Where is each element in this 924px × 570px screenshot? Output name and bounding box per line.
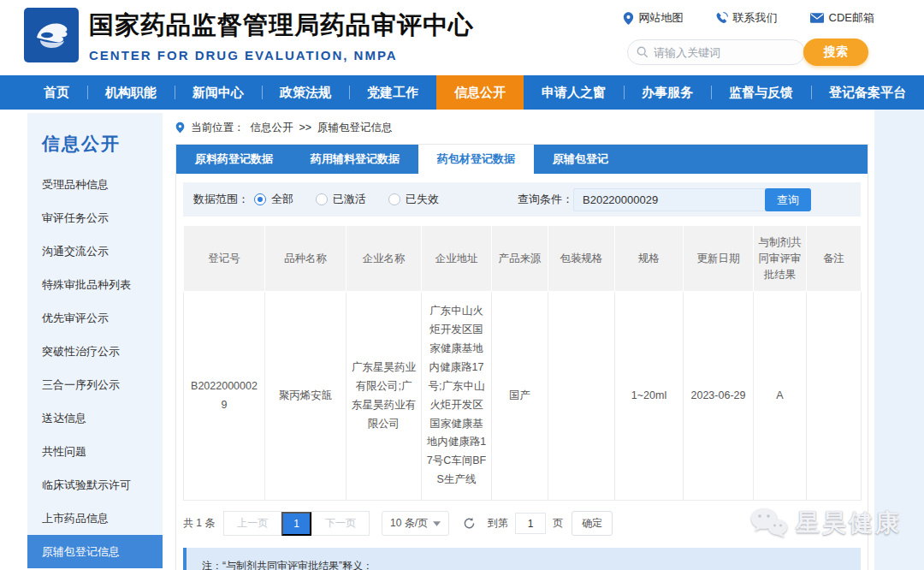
breadcrumb-separator: >>: [299, 122, 312, 134]
table-row[interactable]: B20220000029 聚丙烯安瓿 广东星昊药业有限公司;广东星昊药业有限公司…: [184, 292, 862, 501]
location-pin-icon: [623, 12, 634, 25]
scope-label: 数据范围：: [193, 192, 249, 207]
breadcrumb-current: 原辅包登记信息: [317, 121, 393, 135]
cell-package-spec: [548, 292, 615, 501]
cell-update-date: 2023-06-29: [684, 292, 754, 501]
pagination-total: 共 1 条: [183, 516, 215, 531]
search-area: 搜索: [627, 39, 868, 66]
sidebar: 信息公开 受理品种信息 审评任务公示 沟通交流公示 特殊审批品种列表 优先审评公…: [27, 113, 163, 567]
cell-joint-review-result: A: [754, 292, 807, 501]
prev-page-button[interactable]: 上一页: [223, 511, 281, 536]
query-label: 查询条件：: [518, 192, 573, 207]
sidebar-item-delivery-info[interactable]: 送达信息: [27, 401, 163, 435]
radio-all-dot[interactable]: [254, 193, 266, 205]
refresh-button[interactable]: [463, 517, 476, 530]
sidebar-item-review-tasks[interactable]: 审评任务公示: [27, 201, 163, 235]
pagination: 共 1 条 上一页 1 下一页 10 条/页 到第 页 确定: [183, 511, 861, 536]
nav-item-party[interactable]: 党建工作: [349, 75, 436, 110]
sidebar-item-priority-review[interactable]: 优先审评公示: [27, 301, 163, 335]
contact-link[interactable]: 联系我们: [716, 10, 778, 26]
col-registration-no: 登记号: [184, 226, 265, 292]
query-input[interactable]: [573, 188, 785, 211]
breadcrumb: 当前位置：信息公开>>原辅包登记信息: [175, 118, 868, 137]
sidebar-title: 信息公开: [27, 113, 163, 168]
goto-confirm-button[interactable]: 确定: [572, 511, 613, 536]
site-subtitle: CENTER FOR DRUG EVALUATION, NMPA: [89, 48, 474, 62]
sidebar-item-communication[interactable]: 沟通交流公示: [27, 235, 163, 268]
scope-radio-group: 全部 已激活 已失效: [254, 192, 439, 207]
registration-table: 登记号 品种名称 企业名称 企业地址 产品来源 包装规格 规格 更新日期 与制剂…: [183, 225, 862, 501]
goto-page-label: 到第: [488, 516, 508, 531]
phone-icon: [716, 12, 728, 24]
note-box: 注：“与制剂共同审评审批结果”释义： 符号 代表含义 A 已批准在上市制剂使用的…: [183, 548, 861, 570]
sidebar-item-raw-excipient-packaging-registration[interactable]: 原辅包登记信息: [27, 535, 163, 568]
radio-expired-dot[interactable]: [388, 193, 400, 205]
sidebar-item-common-issues[interactable]: 共性问题: [27, 435, 163, 468]
radio-expired-label: 已失效: [406, 192, 439, 207]
tab-raw-excipient-packaging[interactable]: 原辅包登记: [534, 145, 627, 174]
nav-item-applicant-window[interactable]: 申请人之窗: [524, 75, 624, 110]
nav-item-home[interactable]: 首页: [26, 75, 87, 110]
main-content: 当前位置：信息公开>>原辅包登记信息 原料药登记数据 药用辅料登记数据 药包材登…: [175, 118, 868, 570]
nav-item-registration-platform[interactable]: 登记备案平台: [811, 75, 924, 110]
query-button[interactable]: 查询: [765, 188, 811, 211]
mailbox-label: CDE邮箱: [829, 10, 874, 26]
nav-item-functions[interactable]: 机构职能: [87, 75, 175, 110]
cell-spec: 1~20ml: [615, 292, 684, 501]
next-page-button[interactable]: 下一页: [311, 511, 370, 536]
tab-excipient-registration-data[interactable]: 药用辅料登记数据: [292, 145, 418, 174]
goto-page-input[interactable]: [515, 513, 546, 534]
refresh-icon: [463, 517, 476, 530]
nav-item-supervision[interactable]: 监督与反馈: [711, 75, 811, 110]
radio-all[interactable]: 全部: [254, 192, 293, 207]
sidebar-item-accepted-varieties[interactable]: 受理品种信息: [27, 168, 163, 201]
breadcrumb-prefix: 当前位置：: [191, 121, 245, 135]
quick-links: 网站地图 联系我们 CDE邮箱: [623, 10, 874, 26]
cell-company-name: 广东星昊药业有限公司;广东星昊药业有限公司: [346, 292, 422, 501]
page-right-strip: [874, 110, 924, 570]
main-nav: 首页 机构职能 新闻中心 政策法规 党建工作 信息公开 申请人之窗 办事服务 监…: [0, 75, 924, 110]
breadcrumb-section[interactable]: 信息公开: [251, 121, 293, 135]
radio-activated[interactable]: 已激活: [316, 192, 366, 207]
nav-item-policy[interactable]: 政策法规: [262, 75, 349, 110]
mailbox-link[interactable]: CDE邮箱: [810, 10, 874, 26]
search-box[interactable]: [627, 39, 805, 65]
sitemap-label: 网站地图: [639, 10, 684, 26]
nav-item-info-disclosure[interactable]: 信息公开: [436, 75, 524, 110]
sidebar-item-special-approval[interactable]: 特殊审批品种列表: [27, 268, 163, 301]
sidebar-item-three-in-one[interactable]: 三合一序列公示: [27, 368, 163, 401]
tab-bar: 原料药登记数据 药用辅料登记数据 药包材登记数据 原辅包登记: [176, 145, 868, 174]
col-package-spec: 包装规格: [548, 226, 615, 292]
tab-api-registration-data[interactable]: 原料药登记数据: [176, 145, 292, 174]
sitemap-link[interactable]: 网站地图: [623, 10, 684, 26]
page: 国家药品监督管理局药品审评中心 CENTER FOR DRUG EVALUATI…: [0, 0, 924, 570]
site-title-block: 国家药品监督管理局药品审评中心 CENTER FOR DRUG EVALUATI…: [89, 9, 474, 62]
cde-logo: [24, 8, 79, 62]
cell-variety-name: 聚丙烯安瓿: [265, 292, 346, 501]
col-company-name: 企业名称: [346, 226, 422, 292]
cell-remarks: [807, 292, 862, 501]
goto-page-unit: 页: [553, 516, 563, 531]
radio-expired[interactable]: 已失效: [388, 192, 439, 207]
search-icon: [637, 46, 649, 58]
filter-bar: 数据范围： 全部 已激活 已失效 查询条件：: [183, 182, 861, 217]
mail-icon: [810, 13, 824, 23]
col-remarks: 备注: [807, 226, 862, 292]
page-size-value: 10 条/页: [390, 516, 428, 531]
page-size-select[interactable]: 10 条/页: [382, 511, 449, 536]
radio-activated-label: 已激活: [333, 192, 366, 207]
nav-item-news[interactable]: 新闻中心: [175, 75, 262, 110]
nav-item-services[interactable]: 办事服务: [624, 75, 711, 110]
radio-activated-dot[interactable]: [316, 193, 328, 205]
col-spec: 规格: [615, 226, 684, 292]
sidebar-item-marketed-drugs[interactable]: 上市药品信息: [27, 502, 163, 535]
cell-registration-no: B20220000029: [184, 292, 265, 501]
cell-company-address: 广东中山火炬开发区国家健康基地内健康路17号;广东中山火炬开发区国家健康基地内健…: [422, 292, 492, 501]
tab-packaging-registration-data[interactable]: 药包材登记数据: [418, 145, 534, 174]
search-button[interactable]: 搜索: [803, 39, 868, 66]
sidebar-item-breakthrough-therapy[interactable]: 突破性治疗公示: [27, 335, 163, 368]
search-input[interactable]: [654, 46, 791, 59]
sidebar-item-clinical-trial-implied-license[interactable]: 临床试验默示许可: [27, 468, 163, 502]
current-page-button[interactable]: 1: [281, 512, 311, 536]
breadcrumb-pin-icon: [175, 122, 185, 134]
